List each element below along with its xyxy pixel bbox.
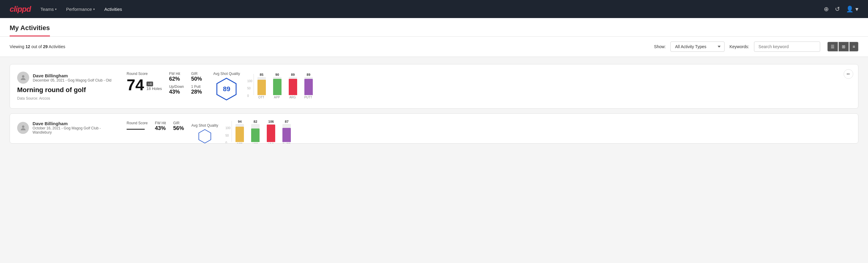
y-axis: 100 50 0 bbox=[247, 80, 252, 97]
navbar: clippd Teams ▾ Performance ▾ Activities … bbox=[0, 0, 868, 18]
nav-teams-label: Teams bbox=[40, 7, 54, 12]
bar-col: 87 bbox=[280, 120, 293, 142]
oneputt-value: 28% bbox=[191, 89, 206, 95]
data-source: Data Source: Arccos bbox=[17, 96, 119, 100]
round-score-group: Round Score 74 +4 18 Holes bbox=[127, 71, 162, 93]
chevron-down-icon: ▾ bbox=[55, 7, 57, 11]
activity-title: Morning round of golf bbox=[17, 86, 119, 94]
bar-axis-label: PUTT bbox=[302, 96, 315, 99]
bar-fill bbox=[273, 79, 281, 95]
bar-fill bbox=[257, 80, 266, 95]
gir-stat-2: GIR 56% bbox=[173, 121, 184, 132]
chart-bars: 85908989 bbox=[253, 74, 315, 95]
nav-teams[interactable]: Teams ▾ bbox=[40, 7, 57, 12]
score-number: 74 bbox=[127, 77, 144, 93]
activity-card: ✏ Dave Billingham December 05, 2021 - Go… bbox=[10, 64, 858, 109]
card-user: Dave Billingham December 05, 2021 - Gog … bbox=[17, 71, 119, 84]
show-label: Show: bbox=[654, 44, 666, 49]
bar-value: 89 bbox=[291, 73, 295, 77]
bar-track bbox=[289, 77, 297, 95]
viewing-count: 12 bbox=[26, 44, 30, 49]
score-badge: +4 bbox=[147, 82, 153, 86]
bar-col: 85 bbox=[255, 73, 268, 95]
fw-hit-value: 62% bbox=[169, 76, 184, 82]
activity-card-2: Dave Billingham October 16, 2021 - Gog M… bbox=[10, 113, 858, 144]
user-date: December 05, 2021 - Gog Magog Golf Club … bbox=[33, 78, 111, 83]
card-left-2: Dave Billingham October 16, 2021 - Gog M… bbox=[17, 121, 119, 137]
shot-quality-chart-2: 100 50 0 948210687 OTTAPPARGPUTT bbox=[225, 121, 293, 144]
logo: clippd bbox=[10, 4, 31, 14]
navbar-right: ⊕ ↺ 👤 ▾ bbox=[824, 5, 858, 12]
viewing-count-text: Viewing 12 out of 29 Activities bbox=[10, 44, 649, 49]
bar-value: 106 bbox=[268, 120, 274, 123]
oneputt-stat: 1 Putt 28% bbox=[191, 85, 206, 95]
view-toggle: ☰ ⊞ ≡ bbox=[828, 42, 858, 52]
bar-value: 89 bbox=[307, 73, 310, 77]
bar-col: 89 bbox=[302, 73, 315, 95]
nav-activities[interactable]: Activities bbox=[104, 7, 122, 12]
svg-point-0 bbox=[22, 75, 24, 78]
nav-performance-label: Performance bbox=[66, 7, 92, 12]
add-icon[interactable]: ⊕ bbox=[824, 5, 829, 12]
bar-track bbox=[236, 124, 244, 142]
round-score-group-2: Round Score bbox=[127, 121, 148, 130]
hex-score: 89 bbox=[223, 85, 230, 93]
hexagon: 89 bbox=[214, 77, 239, 101]
stats-grid-2: FW Hit 43% GIR 56% bbox=[155, 121, 184, 132]
fw-hit-label: FW Hit bbox=[169, 71, 184, 76]
navbar-left: clippd Teams ▾ Performance ▾ Activities bbox=[10, 4, 122, 14]
view-grid-button[interactable]: ⊞ bbox=[839, 42, 849, 52]
shot-quality-chart: 100 50 0 85908989 OTTAPPARGPUTT bbox=[247, 74, 315, 99]
nav-performance[interactable]: Performance ▾ bbox=[66, 7, 95, 12]
card-user-2: Dave Billingham October 16, 2021 - Gog M… bbox=[17, 121, 119, 135]
fw-hit-stat: FW Hit 62% bbox=[169, 71, 184, 82]
score-holes: 18 Holes bbox=[147, 86, 162, 91]
main-content: ✏ Dave Billingham December 05, 2021 - Go… bbox=[0, 57, 868, 151]
bar-track bbox=[267, 124, 275, 142]
updown-stat: Up/Down 43% bbox=[169, 85, 184, 95]
bar-axis-label: APP bbox=[270, 96, 284, 99]
user-name-2: Dave Billingham bbox=[32, 121, 119, 126]
activity-type-select[interactable]: All Activity Types Rounds Practice bbox=[671, 41, 724, 52]
avatar bbox=[17, 71, 29, 84]
oneputt-label: 1 Putt bbox=[191, 85, 206, 89]
view-detail-button[interactable]: ≡ bbox=[849, 42, 858, 52]
bar-axis-label: ARG bbox=[264, 143, 277, 144]
round-score-label-2: Round Score bbox=[127, 121, 148, 125]
view-compact-button[interactable]: ☰ bbox=[828, 42, 838, 52]
user-info: Dave Billingham December 05, 2021 - Gog … bbox=[33, 73, 111, 83]
user-avatar[interactable]: 👤 ▾ bbox=[846, 5, 858, 12]
viewing-total: 29 bbox=[43, 44, 48, 49]
bar-axis-label: OTT bbox=[233, 143, 246, 144]
user-info-2: Dave Billingham October 16, 2021 - Gog M… bbox=[32, 121, 119, 135]
round-score-value: 74 +4 18 Holes bbox=[127, 77, 162, 93]
nav-activities-label: Activities bbox=[104, 7, 122, 12]
gir-value-2: 56% bbox=[173, 125, 184, 132]
bar-track bbox=[251, 124, 259, 142]
bar-value: 87 bbox=[285, 120, 288, 123]
stats-grid: FW Hit 62% GIR 50% Up/Down 43% 1 Putt 28… bbox=[169, 71, 206, 95]
fw-hit-value-2: 43% bbox=[155, 125, 166, 132]
round-score-label: Round Score bbox=[127, 71, 162, 76]
shot-quality-2: Avg Shot Quality 100 50 0 948210687 bbox=[191, 121, 293, 144]
bar-fill bbox=[267, 124, 275, 142]
bar-value: 82 bbox=[253, 120, 257, 123]
bar-track bbox=[304, 77, 313, 95]
bar-track bbox=[273, 77, 281, 95]
edit-button[interactable]: ✏ bbox=[844, 69, 853, 79]
y-axis-2: 100 50 0 bbox=[225, 126, 231, 144]
bar-axis-label: OTT bbox=[255, 96, 268, 99]
chart-bars-2: 948210687 bbox=[231, 121, 293, 142]
refresh-icon[interactable]: ↺ bbox=[835, 5, 840, 12]
hexagon-container: Avg Shot Quality 89 bbox=[213, 71, 240, 101]
bar-col: 94 bbox=[233, 120, 246, 142]
keyword-input[interactable] bbox=[754, 41, 820, 52]
updown-label: Up/Down bbox=[169, 85, 184, 89]
bar-track bbox=[282, 124, 291, 142]
bar-value: 94 bbox=[238, 120, 242, 123]
bar-col: 89 bbox=[286, 73, 300, 95]
bar-fill bbox=[251, 128, 259, 142]
bar-track bbox=[257, 77, 266, 95]
bar-col: 106 bbox=[265, 120, 278, 142]
bar-value: 85 bbox=[260, 73, 264, 77]
